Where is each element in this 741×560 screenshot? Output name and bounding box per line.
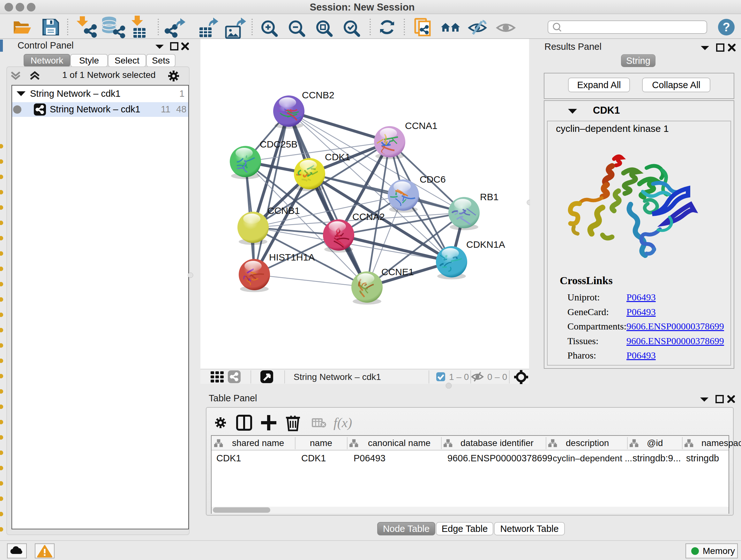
svg-text:CCNB1: CCNB1 [267,205,300,216]
svg-text:CCNA2: CCNA2 [352,211,385,222]
svg-text:f(x): f(x) [333,415,352,430]
svg-text:RB1: RB1 [480,192,498,202]
svg-text:HIST1H1A: HIST1H1A [269,252,315,262]
svg-text:CCNE1: CCNE1 [381,266,414,277]
svg-text:CCNB2: CCNB2 [302,90,334,100]
svg-text:CDKN1A: CDKN1A [466,239,505,250]
svg-text:CDK1: CDK1 [325,152,350,162]
svg-text:?: ? [723,20,730,34]
svg-text:CDC25B: CDC25B [260,139,297,149]
svg-text:CDC6: CDC6 [420,174,446,185]
svg-text:CCNA1: CCNA1 [405,120,437,131]
